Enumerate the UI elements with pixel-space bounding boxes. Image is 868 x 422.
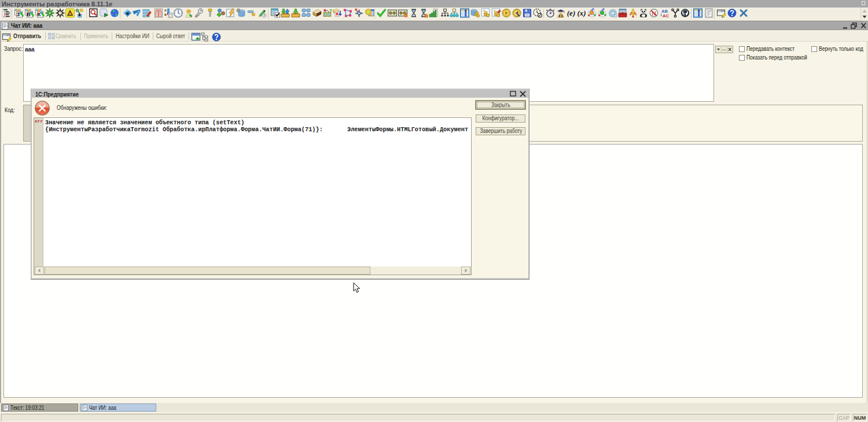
svg-text:(е): (е) <box>567 9 575 17</box>
svg-text:3: 3 <box>17 12 20 17</box>
svg-text:AC: AC <box>663 13 669 18</box>
svg-text:?: ? <box>329 8 332 13</box>
svg-text:...: ... <box>722 46 726 51</box>
svg-text:В: В <box>27 12 31 17</box>
svg-text:К: К <box>38 12 41 17</box>
svg-text:(х): (х) <box>577 9 586 17</box>
